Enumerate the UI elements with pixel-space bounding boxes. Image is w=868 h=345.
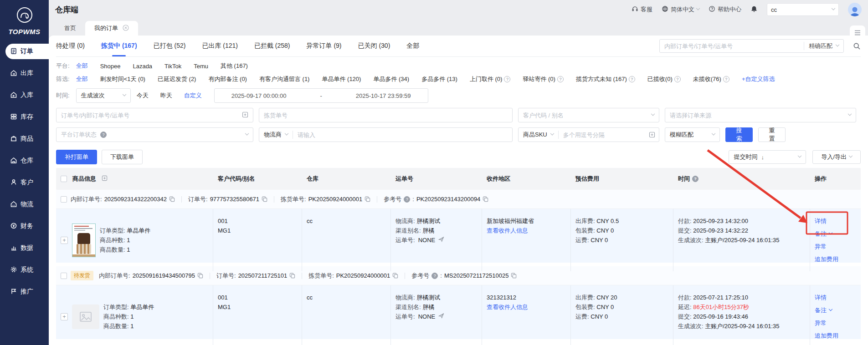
filter-single-multi[interactable]: 单品多件 (34): [373, 75, 409, 83]
grid-plus-icon[interactable]: [102, 175, 108, 183]
remark-link[interactable]: 备注: [815, 305, 832, 315]
sort-direction-icon[interactable]: ↓: [761, 154, 764, 161]
filter-pickup-unknown[interactable]: 揽货方式未知 (167)?: [576, 75, 635, 83]
match-mode-select[interactable]: 精确匹配: [804, 42, 843, 50]
sku-select[interactable]: 商品SKU: [519, 131, 558, 139]
copy-icon[interactable]: [197, 273, 203, 279]
time-custom[interactable]: 自定义: [184, 91, 202, 100]
status-tab-intercepted[interactable]: 已拦截 (258): [254, 36, 290, 56]
filter-customer-message[interactable]: 有客户沟通留言 (1): [259, 75, 310, 83]
import-export-button[interactable]: 导入/导出: [812, 150, 861, 164]
fuzzy-match-select[interactable]: 模糊匹配: [665, 127, 720, 142]
time-type-select[interactable]: 生成波次: [76, 88, 131, 103]
copy-icon[interactable]: [289, 273, 295, 279]
sidebar-item-data[interactable]: 数据: [5, 240, 49, 256]
sidebar-item-promotion[interactable]: 推广: [5, 284, 49, 299]
date-end[interactable]: 2025-10-17 23:59:59: [356, 92, 411, 99]
remark-link[interactable]: 备注: [815, 229, 832, 238]
send-icon[interactable]: [438, 312, 444, 321]
customer-field[interactable]: [518, 108, 659, 122]
copy-icon[interactable]: [169, 196, 175, 202]
date-start[interactable]: 2025-09-17 00:00:00: [231, 92, 287, 99]
sidebar-item-logistics[interactable]: 物流: [5, 197, 49, 212]
add-fee-link[interactable]: 追加费用: [815, 331, 838, 340]
sidebar-item-outbound[interactable]: 出库: [5, 66, 49, 81]
filter-multi-multi[interactable]: 多品多件 (13): [421, 75, 457, 83]
warehouse-select[interactable]: cc: [767, 3, 839, 16]
language-switcher[interactable]: 简体中文: [662, 5, 699, 14]
sidebar-item-orders[interactable]: 订单: [5, 44, 49, 59]
order-number-input[interactable]: [61, 112, 238, 119]
sidebar-item-products[interactable]: 商品: [5, 131, 49, 147]
filter-station-drop[interactable]: 驿站寄件 (0)?: [523, 75, 564, 83]
product-image[interactable]: [72, 223, 96, 257]
platform-temu[interactable]: Temu: [194, 63, 208, 70]
sidebar-item-inventory[interactable]: 库存: [5, 109, 49, 125]
copy-icon[interactable]: [392, 273, 398, 279]
platform-lazada[interactable]: Lazada: [133, 63, 152, 70]
customer-input[interactable]: [523, 112, 648, 119]
sku-input[interactable]: [559, 132, 649, 138]
status-tab-pending[interactable]: 待处理 (0): [56, 36, 85, 56]
reprint-label-button[interactable]: 补打面单: [56, 150, 97, 164]
filter-delayed[interactable]: 已延迟发货 (2): [158, 75, 196, 83]
copy-icon[interactable]: [483, 196, 488, 202]
filter-door-pickup[interactable]: 上门取件 (0)?: [470, 75, 511, 83]
send-icon[interactable]: [438, 235, 444, 245]
notification-bell-icon[interactable]: [750, 5, 758, 14]
search-button[interactable]: 搜索: [725, 127, 753, 142]
close-icon[interactable]: [123, 25, 129, 32]
status-tab-all[interactable]: 全部: [406, 36, 419, 56]
filter-single-single[interactable]: 单品单件 (120): [322, 75, 361, 83]
sidebar-item-warehouses[interactable]: 仓库: [5, 153, 49, 168]
collapse-panel-button[interactable]: [850, 25, 865, 40]
sort-select[interactable]: 提交时间 ↓: [729, 150, 806, 164]
filter-remaining-time[interactable]: 剩发时间<1天 (0): [100, 75, 145, 83]
sidebar-item-system[interactable]: 系统: [5, 262, 49, 278]
time-today[interactable]: 今天: [137, 91, 149, 100]
status-tab-closed[interactable]: 已关闭 (30): [358, 36, 390, 56]
reset-button[interactable]: 重置: [758, 127, 786, 142]
platform-tiktok[interactable]: TikTok: [164, 63, 181, 70]
status-tab-packed[interactable]: 已打包 (52): [154, 36, 186, 56]
status-tab-picking[interactable]: 拣货中 (167): [101, 36, 137, 56]
platform-other[interactable]: 其他 (167): [221, 62, 248, 70]
view-recipient-link[interactable]: 查看收件人信息: [487, 302, 566, 312]
carrier-input[interactable]: [293, 132, 512, 138]
expand-row-button[interactable]: +: [61, 237, 68, 244]
filter-uncollected[interactable]: 未揽收(76)?: [693, 75, 729, 83]
sidebar-item-finance[interactable]: 财务: [5, 218, 49, 234]
product-image-placeholder[interactable]: [72, 304, 99, 329]
add-fee-link[interactable]: 追加费用: [815, 254, 838, 264]
pick-number-input[interactable]: [264, 112, 508, 119]
carrier-select[interactable]: 物流商: [259, 131, 293, 139]
status-tab-shipped[interactable]: 已出库 (121): [202, 36, 238, 56]
grid-plus-icon[interactable]: [649, 132, 659, 138]
view-recipient-link[interactable]: 查看收件人信息: [487, 226, 566, 235]
abnormal-link[interactable]: 异常: [815, 242, 827, 251]
filter-internal-note[interactable]: 有内部备注 (0): [208, 75, 247, 83]
copy-icon[interactable]: [262, 196, 267, 202]
platform-all[interactable]: 全部: [76, 62, 88, 70]
filter-all[interactable]: 全部: [76, 75, 88, 83]
sidebar-item-inbound[interactable]: 入库: [5, 87, 49, 103]
detail-link[interactable]: 详情: [815, 216, 827, 226]
time-yesterday[interactable]: 昨天: [160, 91, 172, 100]
help-center-link[interactable]: 帮助中心: [709, 5, 741, 14]
quick-search-input[interactable]: [660, 43, 804, 50]
row-checkbox[interactable]: [61, 196, 67, 203]
date-range-picker[interactable]: 2025-09-17 00:00:00 - 2025-10-17 23:59:5…: [214, 88, 428, 103]
copy-icon[interactable]: [511, 273, 517, 279]
sidebar-item-customers[interactable]: 客户: [5, 175, 49, 190]
abnormal-link[interactable]: 异常: [815, 318, 827, 328]
custom-filter-link[interactable]: +自定义筛选: [742, 75, 775, 83]
tab-my-orders[interactable]: 我的订单: [85, 21, 138, 36]
select-all-checkbox[interactable]: [61, 176, 67, 182]
avatar[interactable]: [848, 3, 862, 16]
order-source-field[interactable]: [665, 108, 856, 122]
copy-icon[interactable]: [365, 196, 370, 202]
customer-service-link[interactable]: 客服: [632, 5, 652, 14]
filter-collected[interactable]: 已揽收(0)?: [647, 75, 681, 83]
order-source-input[interactable]: [670, 112, 845, 119]
expand-row-button[interactable]: +: [61, 313, 68, 320]
